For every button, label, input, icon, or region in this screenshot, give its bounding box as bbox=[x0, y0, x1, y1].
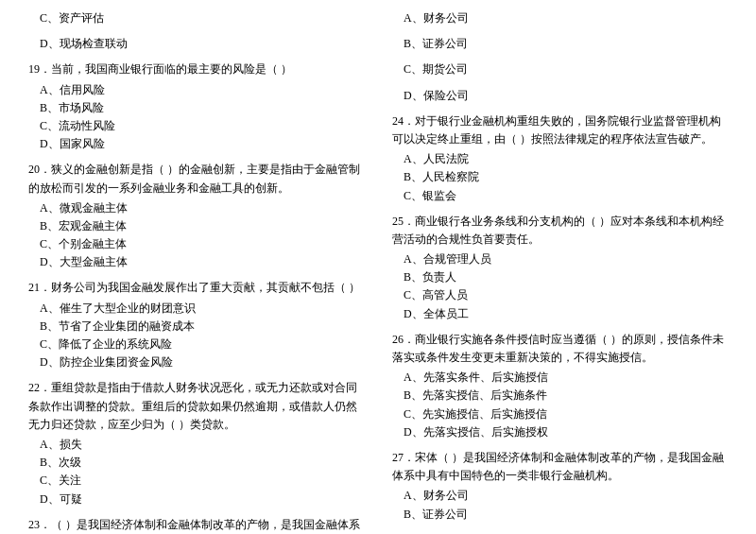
question-23-title: 23．（ ）是我国经济体制和金融体制改革的产物，是我国金融体系中具有中国特色的一… bbox=[28, 516, 364, 534]
q21-option-d: D、防控企业集团资金风险 bbox=[28, 353, 364, 371]
q24-option-c: C、银监会 bbox=[392, 187, 728, 205]
q26-option-d: D、先落实授信、后实施授权 bbox=[392, 423, 728, 441]
q20-option-a: A、微观金融主体 bbox=[28, 199, 364, 217]
question-27: 27．宋体（ ）是我国经济体制和金融体制改革的产物，是我国金融体系中具有中国特色… bbox=[392, 449, 728, 524]
question-24-title: 24．对于银行业金融机构重组失败的，国务院银行业监督管理机构可以决定终止重组，由… bbox=[392, 112, 728, 148]
q20-option-c: C、个别金融主体 bbox=[28, 235, 364, 253]
question-26: 26．商业银行实施各条件授信时应当遵循（ ）的原则，授信条件未落实或条件发生变更… bbox=[392, 331, 728, 441]
q22-option-a: A、损失 bbox=[28, 436, 364, 454]
right-column: A、财务公司 B、证券公司 C、期货公司 D、保险公司 24．对于银行业金融机构… bbox=[378, 9, 728, 534]
q24-option-b: B、人民检察院 bbox=[392, 168, 728, 186]
question-19-title: 19．当前，我国商业银行面临的最主要的风险是（ ） bbox=[28, 60, 364, 78]
q19-option-d: D、国家风险 bbox=[28, 135, 364, 153]
option-a-finance: A、财务公司 bbox=[392, 9, 728, 27]
question-22-title: 22．重组贷款是指由于借款人财务状况恶化，或无力还款或对合同条款作出调整的贷款。… bbox=[28, 379, 364, 434]
q20-option-b: B、宏观金融主体 bbox=[28, 217, 364, 235]
q21-option-b: B、节省了企业集团的融资成本 bbox=[28, 318, 364, 336]
option-text: C、期货公司 bbox=[392, 60, 728, 78]
question-27-title: 27．宋体（ ）是我国经济体制和金融体制改革的产物，是我国金融体系中具有中国特色… bbox=[392, 449, 728, 485]
question-25: 25．商业银行各业务条线和分支机构的（ ）应对本条线和本机构经营活动的合规性负首… bbox=[392, 213, 728, 323]
option-text: A、财务公司 bbox=[392, 9, 728, 27]
question-26-title: 26．商业银行实施各条件授信时应当遵循（ ）的原则，授信条件未落实或条件发生变更… bbox=[392, 331, 728, 367]
option-d-field: D、现场检查联动 bbox=[28, 35, 364, 53]
q27-option-b: B、证券公司 bbox=[392, 506, 728, 524]
q21-option-c: C、降低了企业的系统风险 bbox=[28, 336, 364, 353]
option-text: D、保险公司 bbox=[392, 87, 728, 105]
q22-option-b: B、次级 bbox=[28, 454, 364, 472]
q26-option-b: B、先落实授信、后实施条件 bbox=[392, 387, 728, 405]
left-column: C、资产评估 D、现场检查联动 19．当前，我国商业银行面临的最主要的风险是（ … bbox=[28, 9, 378, 534]
option-text: B、证券公司 bbox=[392, 35, 728, 53]
q19-option-c: C、流动性风险 bbox=[28, 117, 364, 135]
q25-option-d: D、全体员工 bbox=[392, 305, 728, 323]
q21-option-a: A、催生了大型企业的财团意识 bbox=[28, 300, 364, 318]
q19-option-a: A、信用风险 bbox=[28, 81, 364, 99]
question-23: 23．（ ）是我国经济体制和金融体制改革的产物，是我国金融体系中具有中国特色的一… bbox=[28, 516, 364, 534]
question-25-title: 25．商业银行各业务条线和分支机构的（ ）应对本条线和本机构经营活动的合规性负首… bbox=[392, 213, 728, 249]
q26-option-a: A、先落实条件、后实施授信 bbox=[392, 369, 728, 387]
q22-option-c: C、关注 bbox=[28, 472, 364, 490]
q27-option-a: A、财务公司 bbox=[392, 487, 728, 505]
question-20-title: 20．狭义的金融创新是指（ ）的金融创新，主要是指由于金融管制的放松而引发的一系… bbox=[28, 161, 364, 197]
q20-option-d: D、大型金融主体 bbox=[28, 253, 364, 271]
q19-option-b: B、市场风险 bbox=[28, 99, 364, 117]
q25-option-c: C、高管人员 bbox=[392, 286, 728, 304]
question-21: 21．财务公司为我国金融发展作出了重大贡献，其贡献不包括（ ） A、催生了大型企… bbox=[28, 279, 364, 371]
q25-option-a: A、合规管理人员 bbox=[392, 250, 728, 268]
q24-option-a: A、人民法院 bbox=[392, 150, 728, 168]
question-21-title: 21．财务公司为我国金融发展作出了重大贡献，其贡献不包括（ ） bbox=[28, 279, 364, 297]
question-24: 24．对于银行业金融机构重组失败的，国务院银行业监督管理机构可以决定终止重组，由… bbox=[392, 112, 728, 205]
option-b-securities: B、证券公司 bbox=[392, 35, 728, 53]
option-c-futures: C、期货公司 bbox=[392, 60, 728, 78]
question-20: 20．狭义的金融创新是指（ ）的金融创新，主要是指由于金融管制的放松而引发的一系… bbox=[28, 161, 364, 271]
q25-option-b: B、负责人 bbox=[392, 268, 728, 286]
q26-option-c: C、先实施授信、后实施授信 bbox=[392, 405, 728, 423]
option-text: C、资产评估 bbox=[28, 9, 364, 27]
option-c-asset: C、资产评估 bbox=[28, 9, 364, 27]
option-text: D、现场检查联动 bbox=[28, 35, 364, 53]
question-19: 19．当前，我国商业银行面临的最主要的风险是（ ） A、信用风险 B、市场风险 … bbox=[28, 60, 364, 153]
question-22: 22．重组贷款是指由于借款人财务状况恶化，或无力还款或对合同条款作出调整的贷款。… bbox=[28, 379, 364, 508]
q22-option-d: D、可疑 bbox=[28, 491, 364, 508]
option-d-insurance: D、保险公司 bbox=[392, 87, 728, 105]
